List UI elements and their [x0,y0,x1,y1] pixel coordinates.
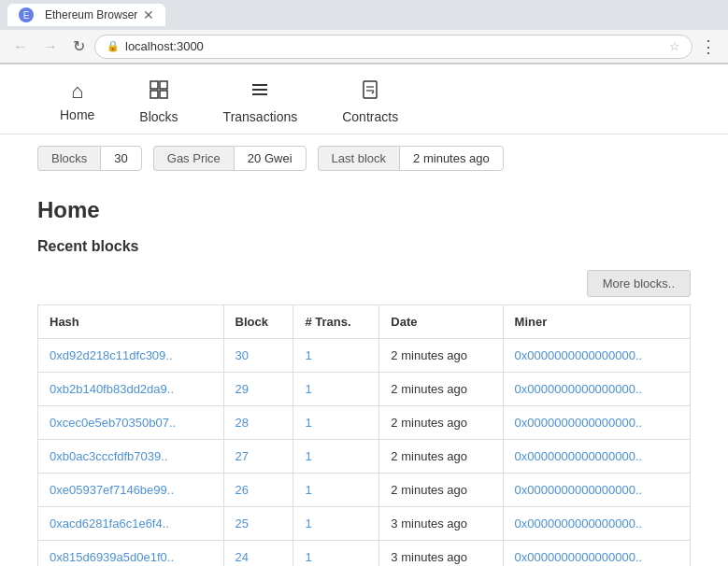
hash-link[interactable]: 0xb0ac3cccfdfb7039.. [50,449,167,463]
browser-chrome: E Ethereum Browser ✕ ← → ↻ 🔒 localhost:3… [0,0,728,64]
cell-miner: 0x0000000000000000.. [503,373,690,406]
table-row: 0xe05937ef7146be99.. 26 1 2 minutes ago … [38,474,691,507]
table-row: 0x815d6939a5d0e1f0.. 24 1 3 minutes ago … [38,541,691,567]
block-link[interactable]: 28 [236,416,249,430]
tab-home[interactable]: ⌂ Home [37,72,117,134]
browser-nav-bar: ← → ↻ 🔒 localhost:3000 ☆ ⋮ [0,30,728,64]
browser-menu-icon[interactable]: ⋮ [696,35,721,59]
cell-miner: 0x0000000000000000.. [503,440,690,474]
svg-rect-0 [150,81,158,89]
page-content: ⌂ Home Blocks Transac [0,64,728,566]
back-button[interactable]: ← [7,36,34,57]
svg-rect-2 [150,91,158,98]
svg-rect-7 [364,81,377,98]
nav-tabs: ⌂ Home Blocks Transac [0,64,728,134]
forward-button[interactable]: → [37,36,64,57]
block-link[interactable]: 30 [236,348,249,362]
svg-rect-1 [160,81,167,89]
cell-date: 2 minutes ago [379,474,503,507]
cell-miner: 0x0000000000000000.. [503,474,690,507]
gas-price-stat: Gas Price 20 Gwei [153,146,318,171]
cell-hash: 0xb0ac3cccfdfb7039.. [38,440,224,474]
hash-link[interactable]: 0xd92d218c11dfc309.. [50,348,173,362]
miner-link[interactable]: 0x0000000000000000.. [515,550,643,564]
trans-link[interactable]: 1 [305,550,311,564]
cell-date: 2 minutes ago [379,373,503,406]
hash-link[interactable]: 0xe05937ef7146be99.. [50,483,174,497]
tab-blocks-label: Blocks [139,109,178,124]
block-link[interactable]: 25 [236,516,249,531]
star-icon[interactable]: ☆ [669,39,680,53]
cell-trans: 1 [293,440,379,474]
miner-link[interactable]: 0x0000000000000000.. [515,483,643,497]
transactions-icon [250,79,270,106]
miner-link[interactable]: 0x0000000000000000.. [515,416,643,430]
more-blocks-row: More blocks.. [37,270,691,297]
col-hash: Hash [38,305,224,339]
tab-transactions-label: Transactions [223,109,298,124]
cell-date: 3 minutes ago [379,507,503,541]
cell-hash: 0x815d6939a5d0e1f0.. [38,541,224,567]
cell-hash: 0xd92d218c11dfc309.. [38,339,224,373]
cell-miner: 0x0000000000000000.. [503,541,690,567]
miner-link[interactable]: 0x0000000000000000.. [515,382,643,396]
last-block-value: 2 minutes ago [399,146,504,171]
block-link[interactable]: 27 [236,449,249,463]
tab-transactions[interactable]: Transactions [201,72,321,134]
hash-link[interactable]: 0x815d6939a5d0e1f0.. [50,550,174,564]
block-link[interactable]: 26 [236,483,249,497]
blocks-stat: Blocks 30 [37,146,153,171]
cell-date: 2 minutes ago [379,339,503,373]
tab-contracts[interactable]: Contracts [320,72,421,134]
col-date: Date [379,305,503,339]
cell-miner: 0x0000000000000000.. [503,507,690,541]
miner-link[interactable]: 0x0000000000000000.. [515,348,643,362]
table-header: Hash Block # Trans. Date Miner [38,305,691,339]
cell-block: 24 [223,541,293,567]
more-blocks-button[interactable]: More blocks.. [587,270,691,297]
lock-icon: 🔒 [107,40,120,52]
cell-hash: 0xe05937ef7146be99.. [38,474,224,507]
block-link[interactable]: 29 [236,382,249,396]
cell-miner: 0x0000000000000000.. [503,339,690,373]
miner-link[interactable]: 0x0000000000000000.. [515,516,643,531]
trans-link[interactable]: 1 [305,483,311,497]
cell-trans: 1 [293,507,379,541]
hash-link[interactable]: 0xb2b140fb83dd2da9.. [50,382,174,396]
trans-link[interactable]: 1 [305,416,311,430]
block-link[interactable]: 24 [236,550,249,564]
cell-trans: 1 [293,339,379,373]
trans-link[interactable]: 1 [305,348,311,362]
cell-trans: 1 [293,541,379,567]
cell-block: 30 [223,339,293,373]
trans-link[interactable]: 1 [305,449,311,463]
trans-link[interactable]: 1 [305,516,311,531]
hash-link[interactable]: 0xacd6281fa6c1e6f4.. [50,516,169,531]
cell-date: 2 minutes ago [379,440,503,474]
url-bar[interactable]: 🔒 localhost:3000 ☆ [94,35,692,59]
svg-rect-3 [160,91,167,98]
last-block-label: Last block [318,146,400,171]
cell-trans: 1 [293,474,379,507]
favicon: E [19,7,34,22]
cell-date: 3 minutes ago [379,541,503,567]
cell-date: 2 minutes ago [379,406,503,440]
blocks-icon [149,79,169,106]
browser-tab[interactable]: E Ethereum Browser ✕ [7,4,165,26]
gas-price-value: 20 Gwei [234,146,307,171]
last-block-stat: Last block 2 minutes ago [318,146,504,171]
url-text: localhost:3000 [125,39,204,53]
tab-close-icon[interactable]: ✕ [143,7,154,22]
hash-link[interactable]: 0xcec0e5eb70350b07.. [50,416,176,430]
col-block: Block [223,305,293,339]
cell-hash: 0xcec0e5eb70350b07.. [38,406,224,440]
main-content: Home Recent blocks More blocks.. Hash Bl… [0,182,728,566]
trans-link[interactable]: 1 [305,382,311,396]
tab-title: Ethereum Browser [45,8,137,21]
cell-trans: 1 [293,373,379,406]
tab-home-label: Home [60,107,94,122]
col-miner: Miner [503,305,690,339]
miner-link[interactable]: 0x0000000000000000.. [515,449,643,463]
refresh-button[interactable]: ↻ [67,35,91,57]
tab-blocks[interactable]: Blocks [117,72,200,134]
